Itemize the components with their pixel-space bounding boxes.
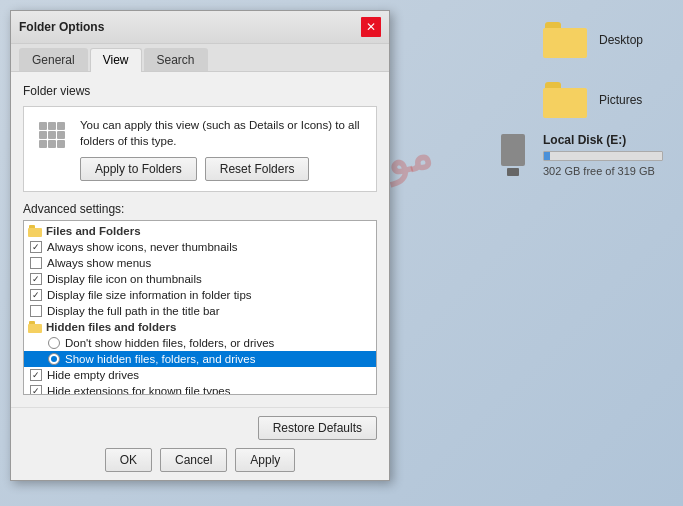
dialog-title: Folder Options [19,20,104,34]
folder-views-right: You can apply this view (such as Details… [80,117,366,181]
cancel-button[interactable]: Cancel [160,448,227,472]
disk-free: 302 GB free of 319 GB [543,165,663,177]
dialog-bottom: Restore Defaults OK Cancel Apply [11,407,389,480]
adv-always-show-menus[interactable]: Always show menus [24,255,376,271]
always-show-icons-label: Always show icons, never thumbnails [47,241,237,253]
radio-dont-show-hidden[interactable] [48,337,60,349]
chk-display-file-icon[interactable] [30,273,42,285]
files-folders-label: Files and Folders [46,225,141,237]
folder-views-description: You can apply this view (such as Details… [80,117,366,149]
display-full-path-label: Display the full path in the title bar [47,305,220,317]
adv-show-hidden[interactable]: Show hidden files, folders, and drives [24,351,376,367]
pictures-folder-icon [541,80,589,120]
adv-dont-show-hidden[interactable]: Don't show hidden files, folders, or dri… [24,335,376,351]
dialog-tabs: General View Search [11,44,389,72]
always-show-menus-label: Always show menus [47,257,151,269]
show-hidden-label: Show hidden files, folders, and drives [65,353,256,365]
adv-hide-empty-drives[interactable]: Hide empty drives [24,367,376,383]
local-disk-area: Local Disk (E:) 302 GB free of 319 GB [493,130,663,180]
desktop-folder-icon [541,20,589,60]
reset-folders-button[interactable]: Reset Folders [205,157,310,181]
desktop-icons: Desktop Pictures [541,20,643,120]
restore-row: Restore Defaults [23,416,377,440]
folder-views-label: Folder views [23,84,377,98]
files-and-folders-header: Files and Folders [24,223,376,239]
restore-defaults-button[interactable]: Restore Defaults [258,416,377,440]
ok-button[interactable]: OK [105,448,152,472]
dialog-titlebar: Folder Options ✕ [11,11,389,44]
pictures-icon-label: Pictures [599,93,642,107]
adv-always-show-icons[interactable]: Always show icons, never thumbnails [24,239,376,255]
adv-display-full-path[interactable]: Display the full path in the title bar [24,303,376,319]
dont-show-hidden-label: Don't show hidden files, folders, or dri… [65,337,274,349]
apply-button[interactable]: Apply [235,448,295,472]
radio-show-hidden[interactable] [48,353,60,365]
disk-bar [543,151,663,161]
adv-display-file-icon[interactable]: Display file icon on thumbnails [24,271,376,287]
hidden-folder-icon [28,321,42,333]
folder-views-box: You can apply this view (such as Details… [23,106,377,192]
hidden-files-header: Hidden files and folders [24,319,376,335]
hide-extensions-label: Hide extensions for known file types [47,385,230,395]
chk-always-show-icons[interactable] [30,241,42,253]
dialog-close-button[interactable]: ✕ [361,17,381,37]
chk-hide-empty-drives[interactable] [30,369,42,381]
folder-options-dialog: Folder Options ✕ General View Search Fol… [10,10,390,481]
hide-empty-drives-label: Hide empty drives [47,369,139,381]
grid-view-icon [39,122,65,148]
display-file-icon-label: Display file icon on thumbnails [47,273,202,285]
hidden-files-label: Hidden files and folders [46,321,176,333]
ok-cancel-row: OK Cancel Apply [23,448,377,472]
advanced-settings-list[interactable]: Files and Folders Always show icons, nev… [23,220,377,395]
chk-display-full-path[interactable] [30,305,42,317]
dialog-content: Folder views You can apply this view (su… [11,72,389,407]
desktop-icon-desktop[interactable]: Desktop [541,20,643,60]
folder-view-icon [34,117,70,153]
tab-view[interactable]: View [90,48,142,72]
tab-search[interactable]: Search [144,48,208,71]
disk-info: Local Disk (E:) 302 GB free of 319 GB [543,133,663,177]
adv-display-file-size[interactable]: Display file size information in folder … [24,287,376,303]
display-file-size-label: Display file size information in folder … [47,289,252,301]
desktop-icon-pictures[interactable]: Pictures [541,80,643,120]
usb-drive-icon [493,130,533,180]
chk-always-show-menus[interactable] [30,257,42,269]
apply-to-folders-button[interactable]: Apply to Folders [80,157,197,181]
chk-display-file-size[interactable] [30,289,42,301]
disk-bar-fill [544,152,550,160]
chk-hide-extensions[interactable] [30,385,42,395]
disk-name: Local Disk (E:) [543,133,663,147]
folder-views-buttons: Apply to Folders Reset Folders [80,157,366,181]
adv-hide-extensions[interactable]: Hide extensions for known file types [24,383,376,395]
tab-general[interactable]: General [19,48,88,71]
advanced-settings-label: Advanced settings: [23,202,377,216]
desktop-icon-label: Desktop [599,33,643,47]
folder-header-icon [28,225,42,237]
